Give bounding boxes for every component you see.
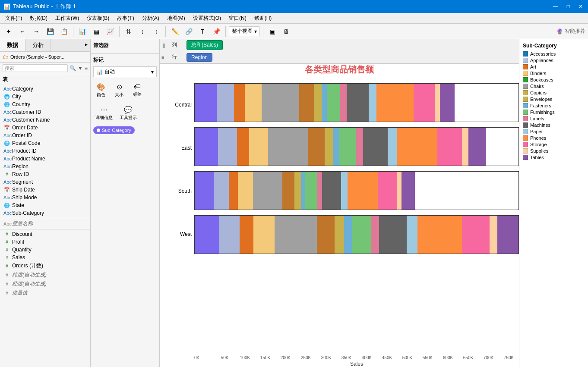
menu-dashboard[interactable]: 仪表板(B) [83,14,113,23]
field-rowid[interactable]: # Row ID [0,170,90,178]
mark-color-button[interactable]: 🎨 颜色 [93,81,109,100]
legend-item[interactable]: Machines [523,122,585,128]
mark-type-dropdown[interactable]: 📊 自动 ▾ [93,66,157,77]
data-analysis-tabs: 数据 分析 ▸ [0,39,90,52]
view-dropdown[interactable]: 整个视图 ▾ [229,26,260,36]
subcategory-pill[interactable]: Sub-Category [93,126,135,134]
field-postalcode[interactable]: 🌐 Postal Code [0,139,90,147]
field-measurevalues[interactable]: # 度量值 [0,289,90,298]
legend-item[interactable]: Envelopes [523,97,585,102]
minimize-button[interactable]: — [551,3,560,9]
legend-item[interactable]: Furnishings [523,110,585,115]
menu-help[interactable]: 帮助(H) [251,14,275,23]
legend-item[interactable]: Copiers [523,90,585,95]
field-productid[interactable]: Abc Product ID [0,147,90,155]
rows-pill[interactable]: Region [187,53,212,62]
toolbar-forward[interactable]: → [30,25,42,38]
legend-item[interactable]: Storage [523,142,585,147]
toolbar-sort2[interactable]: ↕ [136,25,149,38]
menu-analysis[interactable]: 分析(A) [139,14,163,23]
maximize-button[interactable]: □ [565,3,572,9]
menu-worksheet[interactable]: 工作表(W) [52,14,82,23]
toolbar-sort3[interactable]: ↨ [150,25,162,38]
field-subcategory[interactable]: Abc Sub-Category [0,209,90,217]
legend-item[interactable]: Supplies [523,148,585,154]
mark-size-button[interactable]: ⊙ 大小 [111,81,127,100]
field-city[interactable]: 🌐 City [0,93,90,100]
toolbar-save[interactable]: 💾 [44,25,56,38]
y-label-south: South [160,169,194,213]
field-longitude[interactable]: # 经度(自动生成) [0,279,90,289]
tab-data[interactable]: 数据 [0,39,25,51]
toolbar-chart3[interactable]: 📈 [104,25,116,38]
toolbar-text[interactable]: T [196,25,209,38]
field-customername[interactable]: Abc Customer Name [0,116,90,124]
field-productname[interactable]: Abc Product Name [0,155,90,163]
legend-item[interactable]: Art [523,64,585,69]
tooltip-button[interactable]: 💬 工具提示 [117,104,139,123]
field-orderscount[interactable]: # Orders (计数) [0,261,90,270]
field-orderdate[interactable]: 📅 Order Date [0,124,90,132]
field-customerid[interactable]: Abc Customer ID [0,108,90,116]
toolbar-present1[interactable]: ▣ [266,25,278,38]
toolbar-back[interactable]: ← [16,25,28,38]
toolbar-chart1[interactable]: 📊 [76,25,89,38]
toolbar-saveas[interactable]: 📋 [58,25,70,38]
field-sales[interactable]: # Sales [0,254,90,261]
legend-item[interactable]: Tables [523,155,585,160]
legend-color-swatch [523,129,528,134]
toolbar-link[interactable]: 🔗 [183,25,195,38]
field-discount[interactable]: # Discount [0,230,90,238]
field-segment[interactable]: Abc Segment [0,178,90,186]
toolbar-pin[interactable]: 📌 [210,25,222,38]
field-country[interactable]: 🌐 Country [0,100,90,108]
toolbar-new[interactable]: ✦ [3,25,15,38]
filter-icon[interactable]: ▼ [78,65,83,71]
field-measurenames[interactable]: Abc 度量名称 [0,219,90,228]
legend-item[interactable]: Chairs [523,84,585,89]
field-state[interactable]: 🌐 State [0,201,90,209]
search-input[interactable] [3,64,68,72]
field-shipdate[interactable]: 📅 Ship Date [0,186,90,194]
close-button[interactable]: ✕ [577,3,585,9]
legend-item[interactable]: Binders [523,71,585,76]
toolbar-present2[interactable]: 🖥 [280,25,292,38]
legend-item[interactable]: Appliances [523,58,585,63]
menu-map[interactable]: 地图(M) [164,14,189,23]
detail-tooltip-row: ⋯ 详细信息 💬 工具提示 [93,104,157,123]
legend-item[interactable]: Fasteners [523,103,585,108]
tab-more-arrow[interactable]: ▸ [82,39,90,51]
tab-analysis[interactable]: 分析 [25,39,51,51]
columns-pill[interactable]: 总和(Sales) [187,40,223,50]
menu-format[interactable]: 设置格式(O) [190,14,224,23]
field-category[interactable]: Abc Category [0,85,90,93]
field-shipmode[interactable]: Abc Ship Mode [0,194,90,201]
list-icon[interactable]: ≡ [85,65,88,71]
field-quantity[interactable]: # Quantity [0,246,90,254]
smart-recommend[interactable]: 🔮 智能推荐 [556,28,585,35]
chart-body: Central East South West [160,80,519,367]
search-icon[interactable]: 🔍 [70,65,76,71]
bar-segment [397,172,401,210]
field-profit[interactable]: # Profit [0,238,90,246]
menu-story[interactable]: 故事(T) [114,14,137,23]
legend-item[interactable]: Phones [523,135,585,141]
field-latitude[interactable]: # 纬度(自动生成) [0,270,90,279]
legend-item[interactable]: Accessories [523,51,585,56]
legend-item-label: Envelopes [530,97,552,102]
toolbar-pen[interactable]: ✏️ [169,25,181,38]
datasource-name[interactable]: Orders (Sample - Super... [10,54,88,60]
mark-label-button[interactable]: 🏷 标签 [130,81,145,100]
field-region[interactable]: Abc Region [0,163,90,170]
toolbar-chart2[interactable]: ▦ [90,25,102,38]
menu-window[interactable]: 窗口(N) [225,14,250,23]
menu-data[interactable]: 数据(D) [26,14,51,23]
detail-button[interactable]: ⋯ 详细信息 [93,104,115,123]
legend-item[interactable]: Bookcases [523,77,585,82]
legend-item[interactable]: Paper [523,129,585,134]
field-orderid[interactable]: Abc Order ID [0,132,90,139]
legend-item[interactable]: Labels [523,116,585,121]
bar-segment [219,216,240,254]
menu-file[interactable]: 文件(F) [2,14,25,23]
toolbar-sort1[interactable]: ⇅ [123,25,135,38]
